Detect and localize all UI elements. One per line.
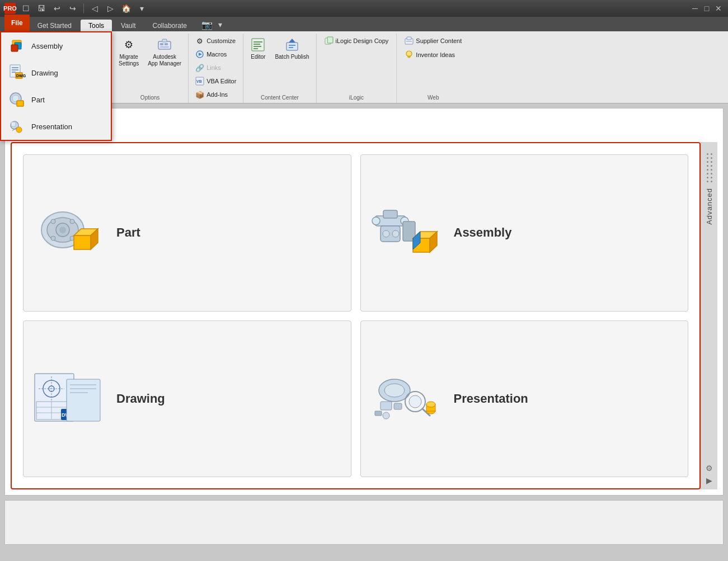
svg-point-54 <box>372 217 380 225</box>
svg-rect-16 <box>158 41 171 49</box>
advanced-sidebar: Advanced ⚙ ▶ <box>701 142 717 489</box>
svg-point-48 <box>51 236 55 241</box>
customize-btn[interactable]: ⚙ Customize <box>192 35 239 47</box>
title-bar: PRO ☐ 🖫 ↩ ↪ ◁ ▷ 🏠 ▾ ─ □ ✕ <box>0 0 728 17</box>
main-area: New <box>0 103 728 561</box>
presentation-card-icon <box>367 368 445 430</box>
nav-dropdown-btn[interactable]: ▾ <box>135 2 148 15</box>
ribbon-group-options: ⚙ MigrateSettings AutodeskApp Manager Op… <box>112 34 189 103</box>
batch-publish-btn[interactable]: Batch Publish <box>271 35 312 63</box>
quick-access-toolbar: ☐ 🖫 ↩ ↪ ◁ ▷ 🏠 ▾ <box>19 2 148 15</box>
editor-btn[interactable]: Editor <box>247 35 269 63</box>
svg-point-47 <box>70 219 74 224</box>
main-panel: New <box>4 108 724 496</box>
app-manager-btn[interactable]: AutodeskApp Manager <box>144 35 185 69</box>
dropdown-presentation-label: Presentation <box>31 122 72 131</box>
ilogic-group-label: iLogic <box>321 95 392 102</box>
drawing-label: Drawing <box>116 392 165 406</box>
ribbon-group-customize: ⚙ Customize Macros 🔗 Links <box>189 34 243 103</box>
close-btn[interactable]: ✕ <box>713 3 724 13</box>
new-cards-outer: Part <box>5 136 723 495</box>
svg-point-39 <box>406 51 412 56</box>
home-btn[interactable]: 🏠 <box>119 2 133 15</box>
svg-rect-28 <box>253 46 261 47</box>
part-small-icon <box>8 91 26 109</box>
svg-rect-30 <box>286 43 298 50</box>
tab-collaborate[interactable]: Collaborate <box>145 20 195 31</box>
dropdown-item-presentation[interactable]: Presentation <box>1 113 111 140</box>
migrate-settings-btn[interactable]: ⚙ MigrateSettings <box>115 35 142 69</box>
supplier-content-icon <box>405 36 414 45</box>
links-icon: 🔗 <box>195 63 204 72</box>
tab-vault[interactable]: Vault <box>113 20 143 31</box>
macros-btn[interactable]: Macros <box>192 48 230 60</box>
undo-btn[interactable]: ↩ <box>50 2 64 15</box>
tab-get-started[interactable]: Get Started <box>30 20 79 31</box>
svg-rect-29 <box>253 48 258 49</box>
advanced-label: Advanced <box>705 188 713 225</box>
svg-rect-85 <box>381 402 392 410</box>
collapse-icon[interactable]: ▶ <box>706 476 712 485</box>
svg-rect-76 <box>67 379 100 421</box>
new-card-drawing[interactable]: DWG Drawing <box>23 320 351 478</box>
minimize-btn[interactable]: ─ <box>690 3 700 13</box>
redo-btn[interactable]: ↪ <box>66 2 79 15</box>
title-bar-right: ─ □ ✕ <box>690 3 724 13</box>
file-dropdown-menu: Assembly DWG Drawing <box>0 31 112 141</box>
macros-icon <box>195 50 204 59</box>
forward-btn[interactable]: ▷ <box>104 2 117 15</box>
dropdown-item-drawing[interactable]: DWG Drawing <box>1 59 111 86</box>
links-btn: 🔗 Links <box>192 62 224 74</box>
new-section-title: New <box>5 109 723 136</box>
back-btn[interactable]: ◁ <box>88 2 101 15</box>
new-card-presentation[interactable]: Presentation <box>360 320 689 478</box>
migrate-settings-icon: ⚙ <box>121 37 137 53</box>
save-btn[interactable]: 🖫 <box>35 2 48 15</box>
dropdown-part-label: Part <box>31 96 45 104</box>
inventor-ideas-btn[interactable]: Inventor Ideas <box>401 49 465 61</box>
svg-point-46 <box>51 219 55 224</box>
svg-rect-13 <box>11 122 16 126</box>
svg-point-89 <box>426 402 435 407</box>
drawing-card-icon: DWG <box>29 368 107 430</box>
dropdown-item-assembly[interactable]: Assembly <box>1 32 111 59</box>
advanced-dots <box>707 153 712 182</box>
sidebar-bottom: ⚙ ▶ <box>706 464 713 489</box>
svg-marker-50 <box>74 235 91 249</box>
file-menu-btn[interactable]: File <box>4 15 30 31</box>
tab-tools[interactable]: Tools <box>81 20 112 31</box>
supplier-content-btn[interactable]: Supplier Content <box>401 35 465 47</box>
assembly-small-icon <box>8 37 26 55</box>
ribbon-dropdown-btn[interactable]: ▾ <box>214 18 227 31</box>
svg-rect-26 <box>253 41 262 43</box>
ilogic-design-copy-btn[interactable]: iLogic Design Copy <box>321 35 392 47</box>
ribbon-body: Assembly DWG Drawing <box>0 31 728 103</box>
new-card-assembly[interactable]: Assembly <box>360 154 689 312</box>
svg-rect-11 <box>17 101 24 106</box>
assembly-label: Assembly <box>454 225 512 240</box>
maximize-btn[interactable]: □ <box>702 3 712 13</box>
svg-point-59 <box>392 230 399 237</box>
svg-marker-31 <box>289 39 295 43</box>
vba-editor-btn[interactable]: VB VBA Editor <box>192 75 239 87</box>
svg-point-91 <box>383 412 389 419</box>
svg-rect-27 <box>253 44 260 45</box>
dropdown-item-part[interactable]: Part <box>1 86 111 113</box>
ribbon-group-ilogic: iLogic Design Copy iLogic <box>317 34 397 103</box>
assembly-card-icon <box>367 202 445 263</box>
new-btn[interactable]: ☐ <box>19 2 32 15</box>
customize-group-label <box>192 101 239 102</box>
batch-publish-icon <box>284 37 300 53</box>
svg-rect-35 <box>327 37 333 43</box>
camera-icon[interactable]: 📷 <box>200 18 214 31</box>
svg-rect-18 <box>165 43 168 45</box>
settings-icon[interactable]: ⚙ <box>706 464 713 473</box>
svg-marker-22 <box>199 53 202 56</box>
svg-rect-37 <box>407 37 411 40</box>
add-ins-btn[interactable]: 📦 Add-Ins <box>192 88 231 101</box>
svg-text:VB: VB <box>196 79 202 83</box>
dropdown-drawing-label: Drawing <box>31 69 58 77</box>
content-center-label: Content Center <box>247 95 312 102</box>
new-cards-container: Part <box>11 142 701 489</box>
new-card-part[interactable]: Part <box>23 154 351 312</box>
